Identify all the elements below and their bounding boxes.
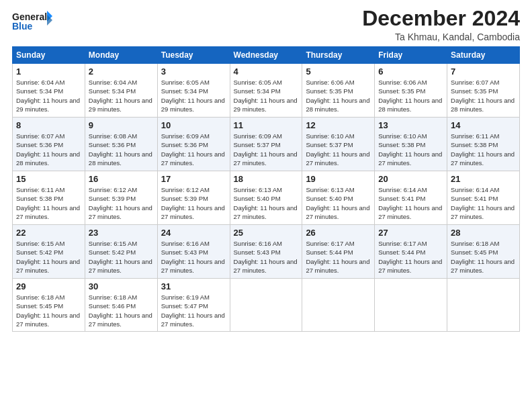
calendar-cell: 17Sunrise: 6:12 AMSunset: 5:39 PMDayligh…	[157, 171, 230, 225]
calendar-week-row: 15Sunrise: 6:11 AMSunset: 5:38 PMDayligh…	[13, 171, 520, 225]
calendar-cell: 4Sunrise: 6:05 AMSunset: 5:34 PMDaylight…	[230, 64, 302, 118]
day-info: Sunrise: 6:07 AMSunset: 5:35 PMDaylight:…	[451, 78, 516, 113]
calendar-cell: 2Sunrise: 6:04 AMSunset: 5:34 PMDaylight…	[85, 64, 157, 118]
calendar-week-row: 8Sunrise: 6:07 AMSunset: 5:36 PMDaylight…	[13, 118, 520, 171]
day-number: 25	[234, 228, 299, 238]
day-info: Sunrise: 6:06 AMSunset: 5:35 PMDaylight:…	[378, 78, 443, 113]
calendar-cell: 6Sunrise: 6:06 AMSunset: 5:35 PMDaylight…	[375, 64, 447, 118]
day-number: 3	[161, 66, 226, 77]
calendar-cell: 20Sunrise: 6:14 AMSunset: 5:41 PMDayligh…	[375, 171, 447, 225]
day-number: 20	[378, 174, 443, 184]
day-number: 11	[234, 120, 299, 130]
calendar-week-row: 29Sunrise: 6:18 AMSunset: 5:45 PMDayligh…	[13, 279, 520, 332]
calendar-cell	[447, 279, 520, 332]
day-number: 28	[451, 228, 516, 238]
calendar-cell: 9Sunrise: 6:08 AMSunset: 5:36 PMDaylight…	[85, 118, 157, 171]
calendar-week-row: 1Sunrise: 6:04 AMSunset: 5:34 PMDaylight…	[13, 64, 520, 118]
day-number: 22	[16, 228, 81, 238]
calendar-cell: 27Sunrise: 6:17 AMSunset: 5:44 PMDayligh…	[375, 225, 447, 279]
day-info: Sunrise: 6:15 AMSunset: 5:42 PMDaylight:…	[16, 239, 81, 275]
day-number: 27	[378, 228, 443, 238]
location: Ta Khmau, Kandal, Cambodia	[362, 32, 520, 42]
day-info: Sunrise: 6:14 AMSunset: 5:41 PMDaylight:…	[451, 185, 516, 221]
calendar-cell: 14Sunrise: 6:11 AMSunset: 5:38 PMDayligh…	[447, 118, 520, 171]
calendar-week-row: 22Sunrise: 6:15 AMSunset: 5:42 PMDayligh…	[13, 225, 520, 279]
day-number: 23	[89, 228, 154, 238]
day-info: Sunrise: 6:08 AMSunset: 5:36 PMDaylight:…	[89, 132, 154, 167]
day-number: 15	[16, 174, 81, 184]
day-number: 18	[234, 174, 299, 184]
day-number: 7	[451, 66, 516, 77]
day-number: 4	[234, 66, 299, 77]
day-info: Sunrise: 6:12 AMSunset: 5:39 PMDaylight:…	[89, 185, 154, 221]
logo-icon: General Blue	[12, 9, 52, 35]
month-title: December 2024	[362, 7, 520, 30]
day-number: 31	[161, 281, 226, 291]
day-info: Sunrise: 6:18 AMSunset: 5:45 PMDaylight:…	[451, 239, 516, 275]
day-number: 30	[89, 281, 154, 291]
day-info: Sunrise: 6:11 AMSunset: 5:38 PMDaylight:…	[16, 185, 81, 221]
day-info: Sunrise: 6:13 AMSunset: 5:40 PMDaylight:…	[306, 185, 371, 221]
col-header-friday: Friday	[375, 47, 447, 64]
day-number: 13	[378, 120, 443, 130]
day-number: 8	[16, 120, 81, 130]
day-number: 2	[89, 66, 154, 77]
calendar-header-row: SundayMondayTuesdayWednesdayThursdayFrid…	[13, 47, 520, 64]
header: General Blue December 2024 Ta Khmau, Kan…	[12, 7, 520, 42]
calendar-cell: 28Sunrise: 6:18 AMSunset: 5:45 PMDayligh…	[447, 225, 520, 279]
day-info: Sunrise: 6:17 AMSunset: 5:44 PMDaylight:…	[378, 239, 443, 275]
day-info: Sunrise: 6:05 AMSunset: 5:34 PMDaylight:…	[161, 78, 226, 113]
page: General Blue December 2024 Ta Khmau, Kan…	[0, 0, 532, 411]
col-header-saturday: Saturday	[447, 47, 520, 64]
calendar-cell: 23Sunrise: 6:15 AMSunset: 5:42 PMDayligh…	[85, 225, 157, 279]
day-info: Sunrise: 6:16 AMSunset: 5:43 PMDaylight:…	[234, 239, 299, 275]
calendar-cell: 11Sunrise: 6:09 AMSunset: 5:37 PMDayligh…	[230, 118, 302, 171]
day-info: Sunrise: 6:07 AMSunset: 5:36 PMDaylight:…	[16, 132, 81, 167]
calendar-cell: 21Sunrise: 6:14 AMSunset: 5:41 PMDayligh…	[447, 171, 520, 225]
day-info: Sunrise: 6:05 AMSunset: 5:34 PMDaylight:…	[234, 78, 299, 113]
day-number: 5	[306, 66, 371, 77]
calendar-cell: 15Sunrise: 6:11 AMSunset: 5:38 PMDayligh…	[13, 171, 85, 225]
calendar-cell: 7Sunrise: 6:07 AMSunset: 5:35 PMDaylight…	[447, 64, 520, 118]
svg-text:Blue: Blue	[12, 21, 33, 32]
day-number: 19	[306, 174, 371, 184]
calendar-cell: 13Sunrise: 6:10 AMSunset: 5:38 PMDayligh…	[375, 118, 447, 171]
day-info: Sunrise: 6:16 AMSunset: 5:43 PMDaylight:…	[161, 239, 226, 275]
day-number: 16	[89, 174, 154, 184]
day-number: 1	[16, 66, 81, 77]
day-info: Sunrise: 6:04 AMSunset: 5:34 PMDaylight:…	[16, 78, 81, 113]
day-number: 10	[161, 120, 226, 130]
day-info: Sunrise: 6:06 AMSunset: 5:35 PMDaylight:…	[306, 78, 371, 113]
calendar-cell: 5Sunrise: 6:06 AMSunset: 5:35 PMDaylight…	[302, 64, 375, 118]
col-header-tuesday: Tuesday	[157, 47, 230, 64]
day-number: 21	[451, 174, 516, 184]
day-info: Sunrise: 6:10 AMSunset: 5:38 PMDaylight:…	[378, 132, 443, 167]
day-info: Sunrise: 6:04 AMSunset: 5:34 PMDaylight:…	[89, 78, 154, 113]
day-info: Sunrise: 6:13 AMSunset: 5:40 PMDaylight:…	[234, 185, 299, 221]
calendar-cell: 12Sunrise: 6:10 AMSunset: 5:37 PMDayligh…	[302, 118, 375, 171]
col-header-thursday: Thursday	[302, 47, 375, 64]
col-header-monday: Monday	[85, 47, 157, 64]
day-number: 24	[161, 228, 226, 238]
day-number: 29	[16, 281, 81, 291]
day-number: 17	[161, 174, 226, 184]
logo: General Blue	[12, 7, 52, 35]
day-info: Sunrise: 6:17 AMSunset: 5:44 PMDaylight:…	[306, 239, 371, 275]
calendar-cell	[230, 279, 302, 332]
day-number: 14	[451, 120, 516, 130]
calendar-cell	[375, 279, 447, 332]
day-info: Sunrise: 6:09 AMSunset: 5:36 PMDaylight:…	[161, 132, 226, 167]
calendar-cell: 8Sunrise: 6:07 AMSunset: 5:36 PMDaylight…	[13, 118, 85, 171]
calendar-cell: 30Sunrise: 6:18 AMSunset: 5:46 PMDayligh…	[85, 279, 157, 332]
title-block: December 2024 Ta Khmau, Kandal, Cambodia	[362, 7, 520, 42]
calendar-cell: 25Sunrise: 6:16 AMSunset: 5:43 PMDayligh…	[230, 225, 302, 279]
day-info: Sunrise: 6:14 AMSunset: 5:41 PMDaylight:…	[378, 185, 443, 221]
day-number: 6	[378, 66, 443, 77]
day-info: Sunrise: 6:09 AMSunset: 5:37 PMDaylight:…	[234, 132, 299, 167]
col-header-wednesday: Wednesday	[230, 47, 302, 64]
calendar-cell: 22Sunrise: 6:15 AMSunset: 5:42 PMDayligh…	[13, 225, 85, 279]
calendar-cell: 19Sunrise: 6:13 AMSunset: 5:40 PMDayligh…	[302, 171, 375, 225]
calendar-cell: 16Sunrise: 6:12 AMSunset: 5:39 PMDayligh…	[85, 171, 157, 225]
calendar-cell: 10Sunrise: 6:09 AMSunset: 5:36 PMDayligh…	[157, 118, 230, 171]
calendar-cell: 24Sunrise: 6:16 AMSunset: 5:43 PMDayligh…	[157, 225, 230, 279]
